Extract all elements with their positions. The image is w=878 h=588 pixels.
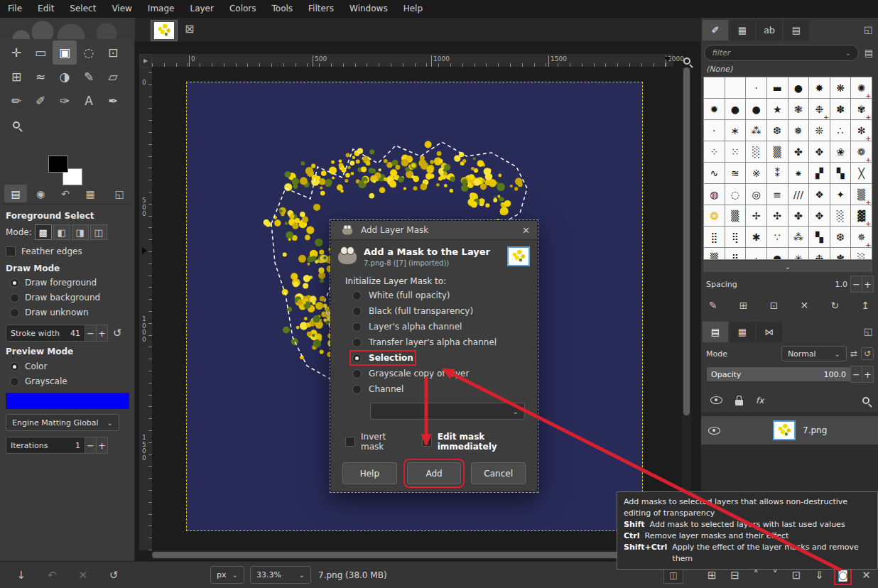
- preview-mode-option[interactable]: Grayscale: [10, 376, 67, 386]
- menu-image[interactable]: Image: [140, 0, 183, 18]
- duplicate-brush-icon[interactable]: ⊡: [770, 300, 779, 311]
- brush-item[interactable]: ▞: [809, 163, 830, 183]
- brush-item[interactable]: ∿: [704, 163, 725, 183]
- channel-dropdown[interactable]: ⌄: [370, 403, 525, 420]
- radio-icon[interactable]: [352, 369, 362, 379]
- v-ruler[interactable]: 050010001500: [139, 67, 152, 550]
- radio-icon[interactable]: [352, 385, 362, 394]
- layer-visibility-icon[interactable]: [708, 427, 720, 435]
- mask-option-layer-s-alpha-channel[interactable]: Layer's alpha channel: [352, 322, 462, 332]
- brush-item[interactable]: ◍: [704, 184, 725, 205]
- brush-item[interactable]: ▒+: [851, 184, 872, 205]
- brush-item[interactable]: ✾+: [851, 99, 872, 119]
- brush-item[interactable]: ✣: [767, 205, 788, 226]
- checkbox-icon[interactable]: [6, 246, 16, 256]
- fonts-tab[interactable]: ab: [757, 20, 782, 40]
- brush-item[interactable]: ⁂: [746, 120, 766, 141]
- reset-icon[interactable]: ↺: [109, 569, 119, 582]
- mask-option-black-full-transparency-[interactable]: Black (full transparency): [352, 306, 473, 316]
- brush-view-toggle-icon[interactable]: ▤: [862, 48, 876, 58]
- brush-item[interactable]: ▒: [767, 141, 788, 162]
- brush-item[interactable]: ✤: [788, 141, 809, 162]
- brush-item[interactable]: ✵+: [851, 227, 872, 247]
- menu-file[interactable]: File: [0, 0, 30, 18]
- mode-subtract-button[interactable]: ◨: [72, 224, 89, 240]
- iterations-decrease-button[interactable]: −: [85, 437, 97, 454]
- brush-item[interactable]: [725, 77, 746, 98]
- brush-item[interactable]: ❊: [809, 120, 830, 141]
- zoom-tool-icon[interactable]: [4, 113, 28, 137]
- feather-edges-checkbox[interactable]: Feather edges: [6, 246, 82, 256]
- brush-item[interactable]: ❅: [788, 120, 809, 141]
- preview-color-swatch[interactable]: [6, 393, 129, 409]
- spacing-decrease-button[interactable]: −: [850, 276, 862, 293]
- lower-layer-icon[interactable]: ˅: [773, 569, 779, 582]
- brush-item[interactable]: ∵: [767, 227, 788, 247]
- mask-option-grayscale-copy-of-layer[interactable]: Grayscale copy of layer: [352, 369, 469, 379]
- undo-history-tab[interactable]: ↶: [54, 185, 77, 202]
- brush-item[interactable]: ·: [704, 120, 725, 141]
- mask-option-white-full-opacity-[interactable]: White (full opacity): [352, 290, 450, 300]
- draw-mode-option[interactable]: Draw background: [10, 293, 100, 303]
- brush-item[interactable]: ❖: [809, 184, 830, 205]
- brush-item[interactable]: ❉: [809, 248, 830, 260]
- edit-mask-checkbox[interactable]: Edit mask immediately: [422, 432, 537, 452]
- opacity-decrease-button[interactable]: −: [850, 366, 862, 383]
- opacity-increase-button[interactable]: +: [862, 366, 874, 383]
- menu-filters[interactable]: Filters: [300, 0, 342, 18]
- draw-mode-option[interactable]: Draw foreground: [10, 278, 100, 288]
- dialog-close-icon[interactable]: ✕: [522, 225, 530, 236]
- brush-item[interactable]: ※: [746, 163, 766, 183]
- channels-tab[interactable]: ▦: [730, 322, 755, 342]
- brush-item[interactable]: ▚: [809, 227, 830, 247]
- brush-item[interactable]: ◌: [725, 184, 746, 205]
- brush-item[interactable]: ✱: [746, 227, 766, 247]
- dialog-titlebar[interactable]: Add Layer Mask ✕: [331, 221, 537, 240]
- h-ruler[interactable]: 0500100015002000: [152, 54, 673, 67]
- brush-item[interactable]: ⁘: [704, 141, 725, 162]
- brush-item[interactable]: ⣿: [704, 227, 725, 247]
- add-mask-icon[interactable]: ◙: [838, 569, 848, 582]
- duplicate-layer-icon[interactable]: ⊡: [792, 569, 801, 582]
- radio-icon[interactable]: [10, 308, 19, 317]
- brush-filter-input[interactable]: filter ⌄: [704, 45, 859, 61]
- layer-thumbnail[interactable]: [773, 420, 796, 440]
- brushes-tab[interactable]: ✐: [703, 20, 728, 40]
- menu-edit[interactable]: Edit: [30, 0, 62, 18]
- stroke-width-decrease-button[interactable]: −: [85, 325, 97, 342]
- brush-item[interactable]: ❂: [704, 205, 725, 226]
- help-button[interactable]: Help: [342, 462, 397, 484]
- open-brush-icon[interactable]: ↥: [861, 300, 869, 311]
- menu-windows[interactable]: Windows: [342, 0, 396, 18]
- mask-option-selection[interactable]: Selection: [352, 353, 413, 363]
- brush-item[interactable]: ✻+: [851, 120, 872, 141]
- undo-icon[interactable]: ↶: [48, 569, 57, 582]
- iterations-input[interactable]: Iterations 1: [6, 437, 85, 454]
- brush-item[interactable]: ·: [746, 248, 766, 260]
- brush-item[interactable]: ░: [851, 248, 872, 260]
- brush-item[interactable]: ★: [767, 99, 788, 119]
- panel-menu-icon[interactable]: ◱: [864, 24, 872, 35]
- engine-dropdown[interactable]: Engine Matting Global ⌄: [6, 414, 119, 431]
- brush-item[interactable]: ●: [725, 99, 746, 119]
- menu-tools[interactable]: Tools: [264, 0, 301, 18]
- brush-item[interactable]: ∗: [725, 120, 746, 141]
- panel-menu-icon[interactable]: ◱: [864, 326, 872, 337]
- mask-option-channel[interactable]: Channel: [352, 384, 403, 394]
- raise-layer-icon[interactable]: ˄: [753, 569, 759, 582]
- mode-replace-button[interactable]: ▩: [35, 224, 52, 240]
- lock-icon[interactable]: [735, 400, 743, 405]
- ruler-origin-button[interactable]: ▶: [139, 54, 152, 67]
- zoom-corner-icon[interactable]: [679, 54, 695, 67]
- brush-item[interactable]: ▬: [767, 77, 788, 98]
- search-layers-icon[interactable]: [862, 397, 869, 404]
- radio-icon[interactable]: [352, 322, 362, 332]
- new-group-icon[interactable]: ⊟: [730, 569, 739, 582]
- warp-tool-icon[interactable]: ≈: [28, 65, 53, 89]
- brush-item[interactable]: ❉+: [809, 99, 830, 119]
- layer-mode-dropdown[interactable]: Normal ⌄: [781, 346, 847, 361]
- menu-select[interactable]: Select: [62, 0, 104, 18]
- brush-item[interactable]: ❋: [830, 77, 851, 98]
- mode-reset-icon[interactable]: ↺: [861, 347, 874, 360]
- paintbrush-tool-icon[interactable]: ✎: [77, 65, 101, 89]
